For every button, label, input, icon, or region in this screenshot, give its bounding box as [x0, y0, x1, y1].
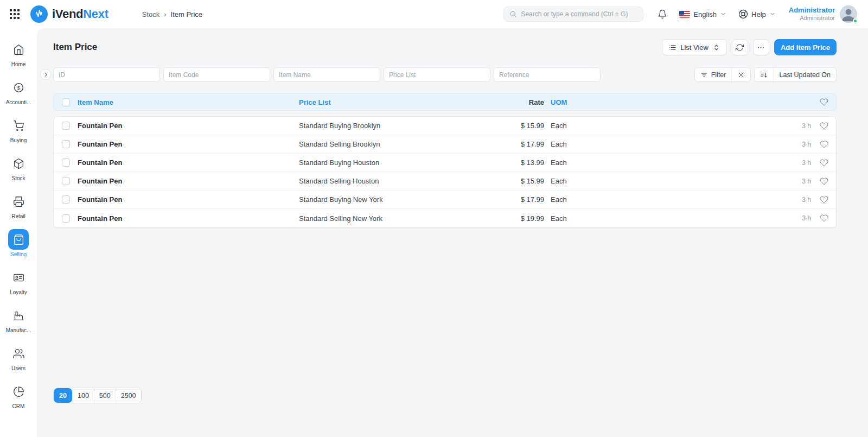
filter-price-list-input[interactable] — [384, 67, 490, 82]
cell-uom: Each — [544, 122, 593, 130]
bell-icon — [658, 9, 667, 19]
favorite-heart-icon[interactable] — [820, 195, 828, 204]
app-window: iVendNext Stock › Item Price English Hel… — [0, 0, 868, 437]
favorites-filter-heart-icon[interactable] — [820, 98, 828, 106]
view-switcher-button[interactable]: List View — [662, 39, 727, 55]
chevron-down-icon — [769, 11, 776, 17]
filter-lines-icon — [700, 71, 708, 79]
page-size-2500[interactable]: 2500 — [116, 388, 141, 403]
refresh-button[interactable] — [732, 39, 748, 55]
language-selector[interactable]: English — [679, 10, 726, 18]
help-label: Help — [751, 10, 766, 18]
brand-logo[interactable]: iVendNext — [30, 5, 108, 23]
favorite-heart-icon[interactable] — [820, 177, 828, 186]
sidebar-item-stock[interactable]: Stock — [0, 150, 37, 188]
cell-item-name[interactable]: Fountain Pen — [78, 177, 295, 185]
row-checkbox[interactable] — [62, 122, 70, 130]
table-row[interactable]: Fountain Pen Standard Selling New York $… — [54, 209, 836, 227]
cell-last-updated: 3 h — [785, 159, 812, 167]
breadcrumb-separator: › — [164, 10, 166, 18]
cell-price-list: Standard Buying Houston — [295, 159, 495, 167]
cell-item-name[interactable]: Fountain Pen — [78, 195, 295, 204]
more-options-button[interactable] — [753, 39, 769, 55]
cell-rate: $ 15.99 — [495, 122, 544, 130]
favorite-heart-icon[interactable] — [820, 140, 828, 149]
sidebar-item-crm[interactable]: CRM — [0, 378, 37, 416]
close-icon — [737, 71, 745, 79]
row-checkbox[interactable] — [62, 140, 70, 148]
sidebar-expand-toggle[interactable] — [40, 69, 51, 80]
table-header: Item Name Price List Rate UOM — [53, 93, 837, 111]
search-icon — [509, 10, 517, 18]
cell-item-name[interactable]: Fountain Pen — [78, 122, 295, 130]
row-checkbox[interactable] — [62, 195, 70, 204]
sidebar-item-accounting[interactable]: $ Accounti... — [0, 74, 37, 112]
sidebar-item-home[interactable]: Home — [0, 36, 37, 74]
sidebar-item-selling[interactable]: Selling — [0, 226, 37, 264]
search-input[interactable] — [521, 10, 637, 18]
users-icon — [13, 348, 24, 359]
top-navbar: iVendNext Stock › Item Price English Hel… — [0, 0, 868, 28]
user-menu[interactable]: Administrator Administrator — [789, 5, 857, 23]
cell-uom: Each — [544, 195, 593, 204]
filter-reference-input[interactable] — [494, 67, 601, 82]
avatar — [840, 5, 857, 23]
cell-price-list: Standard Buying Brooklyn — [295, 122, 495, 130]
loyalty-card-icon — [13, 272, 24, 283]
clear-filter-button[interactable] — [731, 68, 750, 81]
apps-grid-glyph — [10, 9, 20, 19]
table-row[interactable]: Fountain Pen Standard Selling Brooklyn $… — [54, 135, 836, 154]
svg-text:$: $ — [17, 85, 20, 91]
filter-button-group: Filter — [694, 67, 751, 82]
sidebar-item-retail[interactable]: Retail — [0, 188, 37, 226]
page-size-20[interactable]: 20 — [54, 388, 72, 403]
cell-item-name[interactable]: Fountain Pen — [78, 159, 295, 167]
filter-row: Filter Last Updated On — [53, 67, 837, 82]
table-row[interactable]: Fountain Pen Standard Buying Houston $ 1… — [54, 154, 836, 172]
add-item-price-button[interactable]: Add Item Price — [774, 39, 837, 55]
cell-item-name[interactable]: Fountain Pen — [78, 214, 295, 223]
column-rate: Rate — [495, 98, 544, 106]
filter-item-name-input[interactable] — [273, 67, 380, 82]
page-size-100[interactable]: 100 — [72, 388, 94, 403]
table-row[interactable]: Fountain Pen Standard Buying Brooklyn $ … — [54, 117, 836, 135]
table-row[interactable]: Fountain Pen Standard Selling Houston $ … — [54, 172, 836, 191]
apps-grid-icon[interactable] — [10, 9, 20, 19]
sidebar-item-users[interactable]: Users — [0, 340, 37, 378]
row-checkbox[interactable] — [62, 214, 70, 223]
filter-button[interactable]: Filter — [695, 68, 732, 81]
favorite-heart-icon[interactable] — [820, 159, 828, 167]
logo-text: iVendNext — [52, 7, 108, 21]
help-menu[interactable]: Help — [738, 9, 776, 19]
sidebar-item-buying[interactable]: Buying — [0, 112, 37, 150]
global-search[interactable] — [503, 7, 643, 22]
retail-pos-icon — [13, 196, 24, 207]
cell-last-updated: 3 h — [785, 196, 812, 204]
sidebar-item-loyalty[interactable]: Loyalty — [0, 264, 37, 302]
cell-rate: $ 13.99 — [495, 159, 544, 167]
language-label: English — [693, 10, 717, 18]
select-all-checkbox[interactable] — [62, 98, 70, 106]
favorite-heart-icon[interactable] — [820, 214, 828, 223]
row-checkbox[interactable] — [62, 177, 70, 185]
user-role: Administrator — [789, 15, 835, 22]
page-size-500[interactable]: 500 — [94, 388, 116, 403]
cell-item-name[interactable]: Fountain Pen — [78, 140, 295, 148]
sort-field-button[interactable]: Last Updated On — [773, 68, 836, 81]
sidebar-item-manufacturing[interactable]: Manufac... — [0, 302, 37, 340]
breadcrumb: Stock › Item Price — [142, 10, 202, 18]
cell-last-updated: 3 h — [785, 141, 812, 148]
user-names: Administrator Administrator — [789, 6, 835, 22]
row-checkbox[interactable] — [62, 159, 70, 167]
table-body: Fountain Pen Standard Buying Brooklyn $ … — [53, 116, 837, 228]
notifications-button[interactable] — [658, 9, 667, 19]
cell-rate: $ 19.99 — [495, 214, 544, 223]
table-row[interactable]: Fountain Pen Standard Buying New York $ … — [54, 191, 836, 209]
favorite-heart-icon[interactable] — [820, 122, 828, 130]
filter-item-code-input[interactable] — [163, 67, 270, 82]
sort-direction-button[interactable] — [755, 68, 773, 81]
breadcrumb-stock[interactable]: Stock — [142, 10, 160, 18]
filter-id-input[interactable] — [53, 67, 160, 82]
chevron-down-icon — [720, 11, 726, 17]
cell-last-updated: 3 h — [785, 178, 812, 185]
